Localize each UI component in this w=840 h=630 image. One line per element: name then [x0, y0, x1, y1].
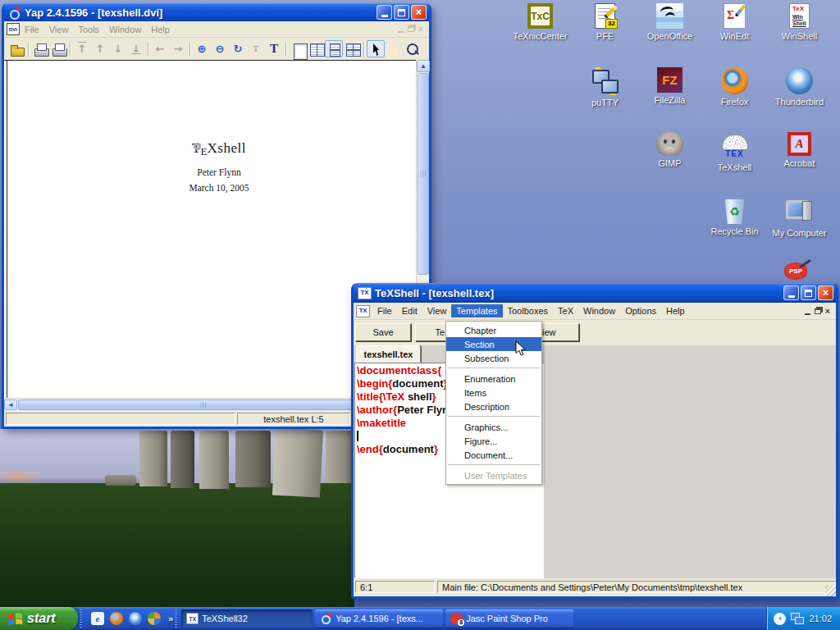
- text-tool-icon[interactable]: T: [265, 40, 283, 57]
- desktop-icon-winshell[interactable]: WinShell: [767, 3, 832, 41]
- task-button-paint-shop-pro[interactable]: Jasc Paint Shop Pro: [445, 609, 573, 628]
- yap-close-button[interactable]: ×: [411, 5, 427, 20]
- menu-item-enumeration[interactable]: Enumeration: [446, 372, 541, 386]
- save-button[interactable]: Save: [355, 323, 411, 341]
- mdi-minimize-icon[interactable]: [805, 313, 810, 315]
- ts-menu-toolboxes[interactable]: Toolboxes: [503, 304, 554, 317]
- desktop-icon-pfe[interactable]: PFE: [573, 3, 637, 41]
- editor-tab[interactable]: texshell.tex: [356, 345, 421, 363]
- mdi-restore-icon[interactable]: [408, 26, 414, 32]
- select-tool-icon[interactable]: [367, 40, 385, 57]
- ts-menu-edit[interactable]: Edit: [397, 304, 422, 317]
- yap-menu-tools[interactable]: Tools: [73, 23, 104, 36]
- ruler-tool-icon[interactable]: T: [247, 40, 265, 57]
- quick-launch-overflow-chevron[interactable]: »: [168, 614, 173, 623]
- network-status-icon[interactable]: [791, 613, 804, 624]
- zoom-in-icon[interactable]: ⊕: [193, 40, 211, 57]
- start-button[interactable]: start: [0, 607, 78, 630]
- desktop-icon-my-computer[interactable]: My Computer: [767, 198, 832, 238]
- menu-item-figure[interactable]: Figure...: [446, 434, 541, 448]
- quick-launch-ie-icon[interactable]: e: [91, 612, 104, 625]
- menu-item-description[interactable]: Description: [446, 399, 541, 413]
- desktop-icon-winedt[interactable]: WinEdt: [702, 3, 767, 41]
- scroll-left-button[interactable]: ◄: [4, 399, 17, 410]
- separator: [363, 42, 364, 57]
- mdi-restore-icon[interactable]: [815, 308, 821, 314]
- task-button-yap[interactable]: Yap 2.4.1596 - [texs...: [315, 609, 443, 628]
- desktop-icon-gimp[interactable]: GIMP: [637, 132, 702, 172]
- yap-menu-help[interactable]: Help: [146, 23, 175, 36]
- open-file-icon[interactable]: [7, 40, 25, 57]
- mdi-close-icon[interactable]: ×: [418, 25, 423, 34]
- hand-tool-icon[interactable]: [385, 40, 403, 57]
- texshell-close-button[interactable]: ×: [818, 285, 833, 300]
- print-icon[interactable]: [31, 40, 49, 57]
- quick-launch-media-player-icon[interactable]: [148, 612, 161, 625]
- mdi-close-icon[interactable]: ×: [825, 307, 830, 316]
- last-page-icon[interactable]: ↓: [127, 40, 145, 57]
- vertical-scroll-thumb[interactable]: [418, 73, 429, 275]
- previous-page-icon[interactable]: ↑: [91, 40, 109, 57]
- desktop-icon-firefox[interactable]: Firefox: [702, 67, 767, 107]
- page-edge-left: [7, 60, 7, 398]
- yap-menu-view[interactable]: View: [44, 23, 74, 36]
- ts-menu-options[interactable]: Options: [620, 304, 661, 317]
- texshell-maximize-button[interactable]: [801, 285, 816, 300]
- ts-menu-tex[interactable]: TeX: [553, 304, 578, 317]
- facing-pages-view-icon[interactable]: [307, 40, 325, 57]
- desktop-icon-acrobat[interactable]: Acrobat: [767, 132, 832, 172]
- yap-menu-window[interactable]: Window: [104, 23, 146, 36]
- desktop-icon-recycle-bin[interactable]: Recycle Bin: [702, 198, 767, 238]
- menu-item-user-templates[interactable]: User Templates: [446, 468, 541, 482]
- ts-menu-file[interactable]: File: [372, 304, 397, 317]
- desktop-icon-openoffice[interactable]: OpenOffice: [637, 3, 702, 41]
- resize-grip[interactable]: [825, 586, 836, 596]
- stone: [105, 475, 136, 486]
- texshell-titlebar[interactable]: TX TeXShell - [texshell.tex] ×: [354, 283, 836, 303]
- refresh-icon[interactable]: ↻: [229, 40, 247, 57]
- magnifier-tool-icon[interactable]: [403, 40, 421, 57]
- app-icon: [724, 199, 746, 224]
- desktop-icon-filezilla[interactable]: FileZilla: [637, 67, 702, 107]
- quick-launch-firefox-icon[interactable]: [110, 612, 123, 625]
- next-page-icon[interactable]: ↓: [109, 40, 127, 57]
- task-button-texshell32[interactable]: TeXShell32: [181, 609, 313, 628]
- desktop-icon-paint-shop-pro[interactable]: [784, 262, 807, 280]
- menu-item-section[interactable]: Section: [446, 337, 541, 351]
- menu-item-subsection[interactable]: Subsection: [446, 351, 541, 365]
- yap-titlebar[interactable]: Yap 2.4.1596 - [texshell.dvi] ×: [4, 3, 429, 21]
- desktop-icon-texshell[interactable]: TeXshell: [702, 132, 767, 172]
- ts-menu-view[interactable]: View: [422, 304, 452, 317]
- ts-menu-window[interactable]: Window: [578, 304, 620, 317]
- back-icon[interactable]: ←: [151, 40, 169, 57]
- desktop-icon-thunderbird[interactable]: Thunderbird: [767, 67, 832, 107]
- desktop-icon-putty[interactable]: puTTY: [573, 67, 637, 107]
- first-page-icon[interactable]: ↑: [73, 40, 91, 57]
- menu-item-document[interactable]: Document...: [446, 448, 541, 462]
- single-page-view-icon[interactable]: [289, 40, 307, 57]
- yap-menu-file[interactable]: File: [20, 23, 44, 36]
- print-preview-icon[interactable]: [49, 40, 67, 57]
- yap-minimize-button[interactable]: [377, 5, 392, 20]
- horizontal-scroll-thumb[interactable]: [18, 399, 389, 410]
- zoom-out-icon[interactable]: ⊖: [211, 40, 229, 57]
- scroll-up-button[interactable]: ▲: [417, 60, 430, 72]
- menu-item-items[interactable]: Items: [446, 386, 541, 399]
- continuous-facing-view-icon[interactable]: [343, 40, 361, 57]
- desktop-icon-texniccenter[interactable]: TeXnicCenter: [508, 3, 573, 41]
- code-segment: \maketitle: [357, 417, 406, 429]
- quick-launch-thunderbird-icon[interactable]: [129, 612, 142, 625]
- menu-item-graphics[interactable]: Graphics...: [446, 420, 541, 434]
- tray-collapse-chevron[interactable]: ‹: [774, 613, 786, 625]
- ts-menu-help[interactable]: Help: [661, 304, 690, 317]
- icon-label: puTTY: [591, 98, 619, 107]
- ts-menu-templates[interactable]: Templates: [451, 304, 502, 317]
- texshell-minimize-button[interactable]: [783, 285, 799, 300]
- code-segment: document: [392, 377, 443, 390]
- mdi-minimize-icon[interactable]: [398, 31, 404, 33]
- icon-label: FileZilla: [655, 95, 686, 105]
- continuous-view-icon[interactable]: [325, 40, 343, 57]
- forward-icon[interactable]: →: [169, 40, 187, 57]
- menu-item-chapter[interactable]: Chapter: [446, 323, 541, 337]
- yap-maximize-button[interactable]: [394, 5, 409, 20]
